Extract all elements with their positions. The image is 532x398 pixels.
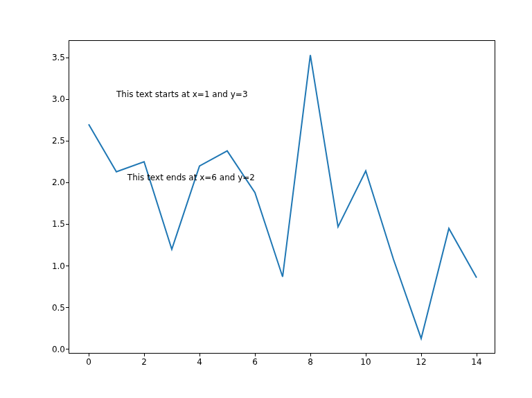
axes: 02468101214 0.00.51.01.52.02.53.03.5 Thi…	[69, 40, 495, 354]
x-tick-label: 2	[141, 357, 147, 367]
y-tick-label: 2.5	[52, 136, 65, 146]
y-tick-mark	[66, 182, 69, 183]
figure: 02468101214 0.00.51.01.52.02.53.03.5 Thi…	[0, 0, 532, 398]
y-tick-mark	[66, 99, 69, 100]
y-tick-label: 3.5	[52, 53, 65, 62]
annotation-text: This text starts at x=1 and y=3	[116, 89, 248, 99]
y-tick-label: 0.0	[52, 345, 65, 354]
y-tick-mark	[66, 58, 69, 58]
y-tick-label: 1.5	[52, 219, 65, 229]
x-tick-label: 4	[197, 357, 202, 367]
x-tick-mark	[89, 353, 89, 356]
x-tick-mark	[477, 353, 477, 356]
y-tick-mark	[66, 224, 69, 225]
x-tick-mark	[200, 353, 200, 356]
y-tick-label: 2.0	[52, 178, 65, 187]
x-tick-label: 6	[252, 357, 258, 367]
y-tick-mark	[66, 266, 69, 266]
annotation-text: This text ends at x=6 and y=2	[127, 173, 255, 182]
x-tick-label: 12	[416, 357, 426, 367]
y-tick-label: 0.5	[52, 303, 65, 313]
x-tick-label: 0	[86, 357, 91, 367]
y-tick-mark	[66, 349, 69, 349]
plot-area	[69, 41, 496, 354]
x-tick-mark	[144, 353, 145, 356]
y-tick-label: 1.0	[52, 261, 65, 271]
y-tick-mark	[66, 141, 69, 141]
x-tick-mark	[421, 353, 422, 356]
x-tick-label: 8	[308, 357, 313, 367]
x-tick-mark	[255, 353, 256, 356]
x-tick-label: 10	[360, 357, 371, 367]
y-tick-mark	[66, 307, 69, 308]
x-tick-mark	[366, 353, 366, 356]
x-tick-mark	[310, 353, 311, 356]
y-tick-label: 3.0	[52, 94, 65, 104]
x-tick-label: 14	[471, 357, 481, 367]
